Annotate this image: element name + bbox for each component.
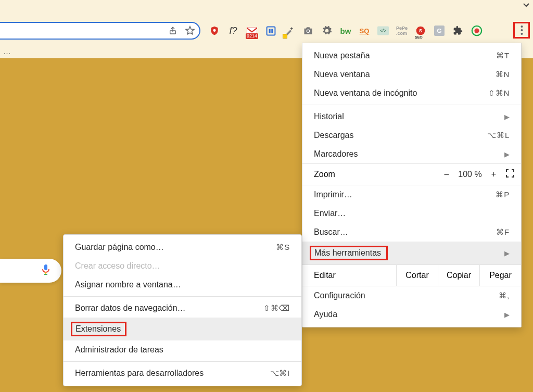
svg-point-19 <box>521 33 523 35</box>
code-ext-icon[interactable]: </> <box>376 23 390 38</box>
svg-text:G: G <box>437 27 441 34</box>
menu-label: Guardar página como… <box>75 243 164 252</box>
window-collapse-chevron[interactable] <box>522 1 530 9</box>
menu-label: Crear acceso directo… <box>75 261 160 271</box>
menu-label: Zoom <box>302 170 444 179</box>
color-picker-ext-icon[interactable] <box>282 23 297 38</box>
menu-label: Nueva ventana <box>314 70 370 79</box>
menu-shortcut: ⌘P <box>496 190 510 199</box>
menu-find[interactable]: Buscar… ⌘F <box>302 223 521 242</box>
menu-separator <box>64 296 301 297</box>
bookmark-bar-overflow: … <box>3 47 11 56</box>
camera-ext-icon[interactable] <box>301 23 315 38</box>
svg-point-8 <box>307 30 309 32</box>
highlight-annotation: Extensiones <box>71 322 126 336</box>
extensions-puzzle-icon[interactable] <box>451 23 465 38</box>
menu-label: Historial <box>314 112 344 121</box>
menu-bookmarks[interactable]: Marcadores ▶ <box>302 145 521 163</box>
svg-text:</>: </> <box>380 28 386 33</box>
more-tools-submenu: Guardar página como… ⌘S Crear acceso dir… <box>63 234 302 386</box>
menu-shortcut: ⇧⌘⌫ <box>263 304 290 313</box>
chrome-menu-button[interactable] <box>513 22 530 39</box>
menu-shortcut: ⌘F <box>496 227 510 237</box>
menu-shortcut: ⌥⌘L <box>487 131 510 140</box>
menu-label: Marcadores <box>314 149 358 159</box>
menu-label: Enviar… <box>314 209 346 218</box>
font-ext-icon[interactable]: f? <box>226 23 240 38</box>
svg-rect-20 <box>44 264 47 270</box>
menu-label: Editar <box>302 265 396 286</box>
submenu-name-window[interactable]: Asignar nombre a ventana… <box>64 275 301 294</box>
menu-separator <box>302 105 521 105</box>
menu-new-incognito[interactable]: Nueva ventana de incógnito ⇧⌘N <box>302 84 521 103</box>
gear-ext-icon[interactable] <box>320 23 334 38</box>
submenu-task-manager[interactable]: Administrador de tareas <box>64 340 301 359</box>
svg-rect-2 <box>214 30 214 32</box>
menu-label: Buscar… <box>314 227 348 237</box>
menu-label: Nueva ventana de incógnito <box>314 88 417 98</box>
highlight-annotation: Más herramientas <box>310 246 388 260</box>
menu-label: Más herramientas <box>314 248 381 257</box>
menu-label: Nueva pestaña <box>314 51 370 60</box>
menu-label: Borrar datos de navegación… <box>75 304 186 313</box>
menu-label: Ayuda <box>314 310 337 319</box>
record-ext-icon[interactable] <box>469 23 484 38</box>
gmail-ext-icon[interactable]: 9214 <box>245 23 259 38</box>
seo-ext-icon[interactable]: S SEO <box>413 23 428 38</box>
gmail-badge-count: 9214 <box>246 33 258 39</box>
submenu-arrow-icon: ▶ <box>504 311 510 319</box>
menu-label: Imprimir… <box>314 190 352 199</box>
submenu-extensions[interactable]: Extensiones <box>64 318 301 340</box>
menu-shortcut: ⇧⌘N <box>488 88 510 98</box>
bookmark-star-icon[interactable] <box>185 26 195 36</box>
zoom-out-button[interactable]: – <box>444 170 449 179</box>
svg-rect-4 <box>266 27 275 35</box>
menu-downloads[interactable]: Descargas ⌥⌘L <box>302 126 521 145</box>
menu-shortcut: ⌘, <box>499 291 510 300</box>
submenu-clear-browsing-data[interactable]: Borrar datos de navegación… ⇧⌘⌫ <box>64 299 301 318</box>
menu-history[interactable]: Historial ▶ <box>302 107 521 126</box>
edit-copy-button[interactable]: Copiar <box>438 265 479 286</box>
voice-search-bubble[interactable] <box>0 259 61 283</box>
menu-shortcut: ⌘T <box>496 51 510 60</box>
menu-label: Configuración <box>314 291 365 300</box>
zoom-in-button[interactable]: + <box>491 170 496 179</box>
menu-label: Herramientas para desarrolladores <box>75 369 204 378</box>
menu-cast[interactable]: Enviar… <box>302 204 521 223</box>
submenu-save-page[interactable]: Guardar página como… ⌘S <box>64 238 301 257</box>
menu-help[interactable]: Ayuda ▶ <box>302 305 521 324</box>
blue-box-ext-icon[interactable] <box>263 23 278 38</box>
ublock-icon[interactable] <box>207 23 222 38</box>
sq-ext-icon[interactable]: SQ <box>357 23 372 38</box>
menu-shortcut: ⌘N <box>496 70 510 79</box>
edit-paste-button[interactable]: Pegar <box>479 265 521 286</box>
zoom-value: 100 % <box>458 170 481 179</box>
menu-print[interactable]: Imprimir… ⌘P <box>302 185 521 204</box>
menu-label: Extensiones <box>75 324 121 333</box>
microphone-icon[interactable] <box>42 264 50 277</box>
grammarly-ext-icon[interactable]: G <box>432 23 447 38</box>
pepe-ext-icon[interactable]: PePe.com <box>395 23 409 38</box>
submenu-arrow-icon: ▶ <box>504 113 510 121</box>
svg-rect-6 <box>271 29 273 33</box>
menu-label: Asignar nombre a ventana… <box>75 280 181 289</box>
address-bar[interactable] <box>0 22 200 40</box>
menu-settings[interactable]: Configuración ⌘, <box>302 286 521 305</box>
menu-edit-row: Editar Cortar Copiar Pegar <box>302 264 521 286</box>
svg-point-18 <box>521 29 523 31</box>
svg-point-17 <box>521 26 523 28</box>
submenu-arrow-icon: ▶ <box>504 150 510 158</box>
svg-point-16 <box>474 28 479 33</box>
menu-new-window[interactable]: Nueva ventana ⌘N <box>302 65 521 84</box>
submenu-dev-tools[interactable]: Herramientas para desarrolladores ⌥⌘I <box>64 364 301 383</box>
menu-more-tools[interactable]: Más herramientas ▶ <box>302 242 521 264</box>
submenu-create-shortcut: Crear acceso directo… <box>64 257 301 275</box>
menu-shortcut: ⌘S <box>276 243 290 252</box>
bw-ext-icon[interactable]: bw <box>338 23 353 38</box>
menu-shortcut: ⌥⌘I <box>270 369 290 378</box>
menu-new-tab[interactable]: Nueva pestaña ⌘T <box>302 46 521 65</box>
edit-cut-button[interactable]: Cortar <box>396 265 438 286</box>
share-icon[interactable] <box>168 26 177 35</box>
submenu-arrow-icon: ▶ <box>504 249 510 257</box>
fullscreen-icon[interactable] <box>505 169 515 180</box>
